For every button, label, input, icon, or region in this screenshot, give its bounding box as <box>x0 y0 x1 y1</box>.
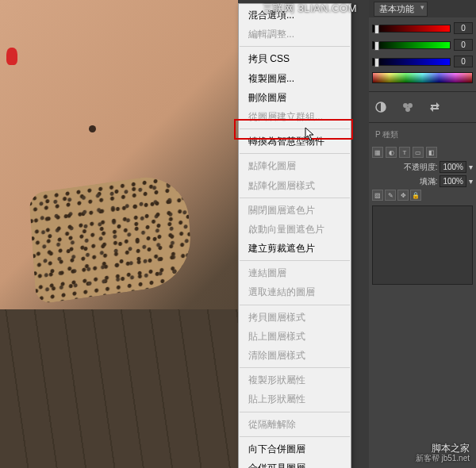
menu-separator <box>240 198 350 198</box>
workspace-label: 基本功能 <box>379 4 414 13</box>
svg-point-1 <box>403 103 408 108</box>
layer-filter-row: ▦ ◐ T ▭ ◧ <box>372 147 473 158</box>
canvas-pattern <box>29 171 194 305</box>
red-slider[interactable] <box>372 25 451 33</box>
watermark-bottom-main: 脚本之家 <box>432 443 470 454</box>
menu-item: 複製形狀屬性 <box>239 370 351 389</box>
slider-thumb-icon[interactable] <box>374 58 379 67</box>
red-value[interactable]: 0 <box>454 22 473 34</box>
opacity-label: 不透明度: <box>404 162 438 173</box>
swap-icon[interactable] <box>428 100 442 114</box>
menu-separator <box>240 305 350 305</box>
menu-separator <box>240 46 350 47</box>
menu-item[interactable]: 合併可見圖層 <box>239 458 351 468</box>
menu-item: 啟動向量圖遮色片 <box>239 220 351 239</box>
filter-pixel-icon[interactable]: ▦ <box>372 147 383 158</box>
filter-shape-icon[interactable]: ▭ <box>413 147 424 158</box>
watermark-top: 三联网 3LIAN.COM <box>263 2 357 16</box>
chevron-down-icon[interactable]: ▾ <box>469 177 473 186</box>
filter-adjust-icon[interactable]: ◐ <box>386 147 397 158</box>
menu-item: 貼上形狀屬性 <box>239 389 351 409</box>
menu-item[interactable]: 建立剪裁遮色片 <box>239 239 351 258</box>
green-slider[interactable] <box>372 41 451 49</box>
layers-panel-tabs: P 種類 <box>372 128 473 142</box>
options-bar: 基本功能 <box>369 0 476 17</box>
menu-separator <box>240 153 350 154</box>
menu-item: 連結圖層 <box>239 263 351 282</box>
canvas-floor <box>0 309 238 468</box>
lock-position-icon[interactable]: ✥ <box>397 190 409 201</box>
opacity-value[interactable]: 100% <box>440 161 466 173</box>
menu-item: 關閉圖層遮色片 <box>239 201 351 220</box>
watermark-bottom-sub: jb51.net <box>441 454 470 462</box>
blue-value[interactable]: 0 <box>454 56 473 67</box>
menu-item[interactable]: 轉換為智慧型物件 <box>239 132 351 151</box>
adjustments-icon[interactable] <box>374 100 388 114</box>
filter-smart-icon[interactable]: ◧ <box>426 147 437 158</box>
fill-value[interactable]: 100% <box>440 175 466 187</box>
right-panel-area: 基本功能 0 0 0 P 種類 ▦ <box>369 0 476 468</box>
menu-separator <box>240 436 350 437</box>
menu-separator <box>240 129 350 129</box>
swatch-ramp[interactable] <box>372 72 473 83</box>
menu-item: 貼上圖層樣式 <box>239 327 351 346</box>
fill-label: 填滿: <box>420 176 438 187</box>
lock-row: ▨ ✎ ✥ 🔒 <box>372 190 473 201</box>
menu-separator <box>240 260 350 261</box>
filter-kind-tab[interactable]: P 種類 <box>372 128 401 142</box>
menu-item: 清除圖層樣式 <box>239 346 351 365</box>
chevron-down-icon[interactable]: ▾ <box>469 163 473 171</box>
menu-item: 拷貝圖層樣式 <box>239 308 351 327</box>
menu-item: 編輯調整... <box>239 25 351 44</box>
menu-item: 從圖層建立群組... <box>239 107 351 126</box>
mini-panel-icons <box>369 92 476 123</box>
menu-separator <box>240 367 350 368</box>
watermark-bottom: 脚本之家 新客帮 jb51.net <box>416 443 470 463</box>
lock-pixels-icon[interactable]: ✎ <box>385 190 396 201</box>
canvas[interactable] <box>0 0 238 468</box>
menu-item[interactable]: 複製圖層... <box>239 69 351 88</box>
svg-point-2 <box>408 103 413 108</box>
slider-thumb-icon[interactable] <box>374 41 379 51</box>
lock-transparent-icon[interactable]: ▨ <box>372 190 383 201</box>
green-value[interactable]: 0 <box>454 39 473 51</box>
layer-context-menu: 混合選項...編輯調整...拷貝 CSS複製圖層...刪除圖層從圖層建立群組..… <box>238 3 351 468</box>
menu-item[interactable]: 向下合併圖層 <box>239 439 351 458</box>
slider-thumb-icon[interactable] <box>374 25 379 34</box>
menu-item: 選取連結的圖層 <box>239 282 351 301</box>
layers-list[interactable] <box>372 205 473 285</box>
lock-all-icon[interactable]: 🔒 <box>410 190 421 201</box>
menu-item: 點陣化圖層 <box>239 156 351 175</box>
color-panel: 0 0 0 <box>369 17 476 92</box>
menu-item: 點陣化圖層樣式 <box>239 176 351 195</box>
watermark-bottom-prefix: 新客帮 <box>416 454 440 462</box>
filter-type-icon[interactable]: T <box>399 147 410 158</box>
menu-separator <box>240 412 350 412</box>
menu-item: 從隔離解除 <box>239 415 351 434</box>
svg-point-3 <box>405 107 410 112</box>
styles-icon[interactable] <box>401 100 415 114</box>
blue-slider[interactable] <box>372 58 451 66</box>
workspace-switcher[interactable]: 基本功能 <box>374 2 428 17</box>
layers-panel: P 種類 ▦ ◐ T ▭ ◧ 不透明度: 100% ▾ 填滿: 100% ▾ ▨… <box>369 123 476 290</box>
menu-item[interactable]: 刪除圖層 <box>239 88 351 107</box>
menu-item[interactable]: 拷貝 CSS <box>239 49 351 68</box>
